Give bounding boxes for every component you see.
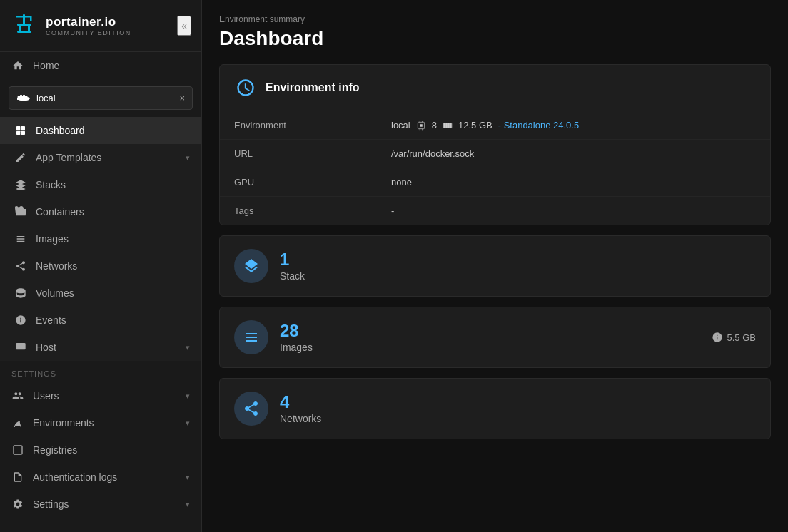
svg-rect-6: [28, 26, 30, 31]
events-icon: [14, 314, 27, 327]
url-row-value: /var/run/docker.sock: [391, 148, 474, 159]
env-mem-value: 12.5 GB: [458, 120, 492, 131]
sidebar-item-events[interactable]: Events: [0, 307, 201, 334]
svg-rect-7: [17, 31, 31, 33]
cpu-icon: [416, 121, 426, 131]
logo-text: portainer.io COMMUNITY EDITION: [46, 15, 131, 36]
stack-stat-card[interactable]: 1 Stack: [219, 235, 771, 297]
sidebar-item-networks-label: Networks: [36, 260, 77, 272]
images-stat-card[interactable]: 28 Images 5.5 GB: [219, 307, 771, 368]
stacks-icon: [14, 178, 27, 191]
networks-stat-card[interactable]: 4 Networks: [219, 378, 771, 439]
stack-label: Stack: [280, 270, 756, 282]
sidebar-item-containers[interactable]: Containers: [0, 198, 201, 225]
images-size-extra: 5.5 GB: [712, 332, 756, 343]
env-close-button[interactable]: ×: [179, 93, 185, 103]
info-row-tags: Tags -: [220, 197, 770, 225]
svg-rect-21: [420, 124, 423, 127]
sidebar-item-users-label: Users: [33, 390, 59, 401]
sidebar-item-registries[interactable]: Registries: [0, 436, 201, 464]
svg-rect-18: [16, 343, 25, 349]
environments-icon: [11, 416, 24, 429]
sidebar-item-host[interactable]: Host ▾: [0, 334, 201, 361]
env-nav: Dashboard App Templates ▾ Stacks Contain…: [0, 117, 201, 361]
users-chevron-icon: ▾: [186, 392, 190, 401]
gpu-row-label: GPU: [234, 177, 391, 188]
sidebar-item-images[interactable]: Images: [0, 225, 201, 252]
env-info-title: Environment info: [266, 81, 360, 94]
networks-label: Networks: [280, 413, 756, 424]
environment-selector[interactable]: local ×: [9, 86, 193, 110]
svg-rect-5: [19, 26, 21, 31]
logo-area: portainer.io COMMUNITY EDITION: [10, 11, 131, 40]
url-row-label: URL: [234, 148, 391, 159]
sidebar-item-stacks[interactable]: Stacks: [0, 171, 201, 198]
networks-stat-info: 4 Networks: [280, 393, 756, 424]
env-name-area: local: [16, 93, 56, 103]
sidebar-item-home[interactable]: Home: [0, 52, 201, 79]
sidebar-item-settings[interactable]: Settings ▾: [0, 491, 201, 518]
sidebar-item-events-label: Events: [36, 314, 66, 326]
containers-icon: [14, 205, 27, 218]
tags-row-label: Tags: [234, 205, 391, 216]
sidebar-home-label: Home: [33, 60, 59, 71]
host-icon: [14, 341, 27, 354]
sidebar-item-environments[interactable]: Environments ▾: [0, 409, 201, 436]
sidebar-item-images-label: Images: [36, 233, 69, 245]
stack-stat-info: 1 Stack: [280, 250, 756, 282]
registries-icon: [11, 444, 24, 456]
svg-rect-14: [16, 126, 20, 130]
images-icon-wrap: [234, 320, 268, 354]
env-info-table: Environment local 8 12.5 GB - Standalone…: [220, 111, 770, 225]
svg-rect-4: [17, 24, 31, 26]
sidebar-item-networks[interactable]: Networks: [0, 252, 201, 280]
env-row-value: local 8 12.5 GB - Standalone 24.0.5: [391, 120, 579, 131]
app-templates-icon: [14, 151, 27, 164]
sidebar-item-users[interactable]: Users ▾: [0, 382, 201, 409]
sidebar-item-dashboard[interactable]: Dashboard: [0, 117, 201, 144]
networks-icon-wrap: [234, 392, 268, 426]
stack-count: 1: [280, 250, 756, 269]
tags-row-value: -: [391, 205, 394, 216]
home-icon: [11, 59, 24, 72]
logo-name: portainer.io: [46, 15, 131, 29]
portainer-logo-icon: [10, 11, 39, 40]
settings-icon: [11, 498, 24, 511]
svg-rect-19: [14, 446, 22, 454]
svg-rect-16: [16, 131, 20, 135]
sidebar-item-containers-label: Containers: [36, 206, 84, 218]
layers-icon: [243, 257, 260, 275]
environments-chevron-icon: ▾: [186, 419, 190, 428]
auth-logs-chevron-icon: ▾: [186, 473, 190, 482]
sidebar-item-host-label: Host: [36, 342, 56, 353]
sidebar-item-registries-label: Registries: [33, 444, 77, 456]
logo-edition: COMMUNITY EDITION: [46, 29, 131, 36]
collapse-sidebar-button[interactable]: «: [177, 16, 191, 36]
sidebar-item-volumes[interactable]: Volumes: [0, 280, 201, 307]
docker-icon: [16, 93, 31, 103]
sidebar-item-auth-logs[interactable]: Authentication logs ▾: [0, 464, 201, 491]
images-stat-content: 28 Images 5.5 GB: [220, 307, 770, 367]
svg-rect-3: [30, 16, 32, 21]
svg-rect-15: [21, 126, 25, 130]
page-title: Dashboard: [219, 27, 771, 50]
gpu-row-value: none: [391, 177, 412, 188]
app-templates-chevron-icon: ▾: [186, 153, 190, 163]
images-icon: [14, 232, 27, 245]
networks-icon: [14, 260, 27, 272]
env-row-label: Environment: [234, 120, 391, 131]
sidebar-item-volumes-label: Volumes: [36, 287, 74, 299]
networks-share-icon: [243, 400, 260, 417]
auth-logs-icon: [11, 471, 24, 484]
sidebar-logo: portainer.io COMMUNITY EDITION «: [0, 0, 201, 52]
volumes-icon: [14, 287, 27, 300]
sidebar-item-auth-logs-label: Authentication logs: [33, 471, 117, 483]
page-subtitle: Environment summary: [219, 14, 771, 24]
sidebar-item-app-templates[interactable]: App Templates ▾: [0, 144, 201, 171]
settings-section-label: Settings: [0, 361, 201, 382]
memory-icon: [443, 121, 453, 131]
sidebar-item-app-templates-label: App Templates: [36, 152, 101, 163]
images-stat-info: 28 Images: [280, 322, 712, 353]
images-count: 28: [280, 322, 712, 340]
env-info-header: Environment info: [220, 65, 770, 111]
